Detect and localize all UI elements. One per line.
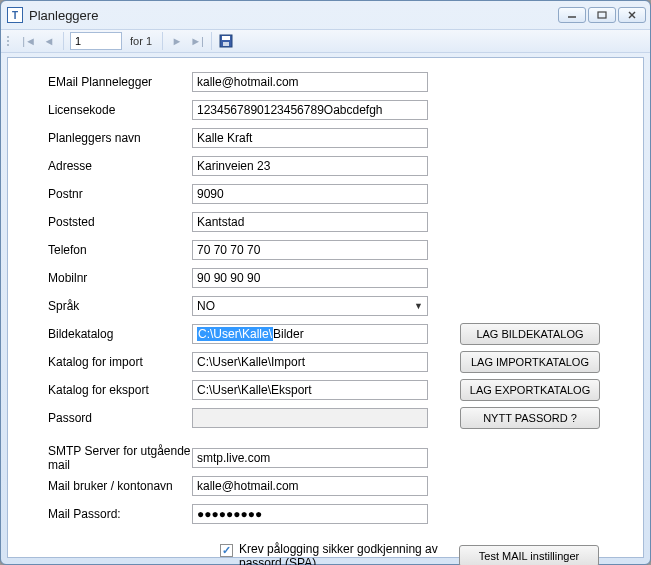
label-poststed: Poststed bbox=[20, 215, 192, 229]
svg-rect-1 bbox=[598, 12, 606, 18]
label-mobilnr: Mobilnr bbox=[20, 271, 192, 285]
label-import: Katalog for import bbox=[20, 355, 192, 369]
content-panel: EMail Plannelegger Licensekode Planlegge… bbox=[7, 57, 644, 558]
eksport-field[interactable] bbox=[192, 380, 428, 400]
separator bbox=[211, 32, 212, 50]
nav-first-button[interactable]: |◄ bbox=[21, 33, 37, 49]
app-icon: T bbox=[7, 7, 23, 23]
save-button[interactable] bbox=[218, 33, 234, 49]
label-postnr: Postnr bbox=[20, 187, 192, 201]
poststed-field[interactable] bbox=[192, 212, 428, 232]
bildekatalog-field[interactable]: C:\User\Kalle\Bilder bbox=[192, 324, 428, 344]
chevron-down-icon: ▼ bbox=[414, 301, 423, 311]
label-eksport: Katalog for eksport bbox=[20, 383, 192, 397]
sprak-select[interactable]: NO ▼ bbox=[192, 296, 428, 316]
label-email: EMail Plannelegger bbox=[20, 75, 192, 89]
toolbar: |◄ ◄ 1 for 1 ► ►| bbox=[1, 29, 650, 53]
bildekatalog-selection: C:\User\Kalle\ bbox=[197, 327, 273, 341]
spa-label: Krev pålogging sikker godkjenning av pas… bbox=[239, 542, 439, 565]
svg-rect-6 bbox=[223, 42, 229, 46]
minimize-button[interactable] bbox=[558, 7, 586, 23]
label-sprak: Språk bbox=[20, 299, 192, 313]
lag-import-button[interactable]: LAG IMPORTKATALOG bbox=[460, 351, 600, 373]
email-field[interactable] bbox=[192, 72, 428, 92]
separator bbox=[63, 32, 64, 50]
label-license: Licensekode bbox=[20, 103, 192, 117]
window-controls bbox=[558, 7, 646, 23]
mobilnr-field[interactable] bbox=[192, 268, 428, 288]
nav-next-button[interactable]: ► bbox=[169, 33, 185, 49]
label-address: Adresse bbox=[20, 159, 192, 173]
telefon-field[interactable] bbox=[192, 240, 428, 260]
smtp-field[interactable] bbox=[192, 448, 428, 468]
titlebar: T Planleggere bbox=[1, 1, 650, 29]
label-bildekatalog: Bildekatalog bbox=[20, 327, 192, 341]
nytt-passord-button[interactable]: NYTT PASSORD ? bbox=[460, 407, 600, 429]
label-telefon: Telefon bbox=[20, 243, 192, 257]
label-passord: Passord bbox=[20, 411, 192, 425]
maximize-button[interactable] bbox=[588, 7, 616, 23]
window: T Planleggere |◄ ◄ 1 for 1 ► ►| bbox=[0, 0, 651, 565]
license-field[interactable] bbox=[192, 100, 428, 120]
bildekatalog-rest: Bilder bbox=[273, 327, 304, 341]
svg-rect-5 bbox=[222, 36, 230, 40]
sprak-value: NO bbox=[197, 299, 215, 313]
label-name: Planleggers navn bbox=[20, 131, 192, 145]
page-total: for 1 bbox=[126, 35, 156, 47]
test-mail-button[interactable]: Test MAIL instillinger bbox=[459, 545, 599, 565]
label-mailpass: Mail Passord: bbox=[20, 507, 192, 521]
label-smtp: SMTP Server for utgående mail bbox=[20, 444, 192, 472]
separator bbox=[162, 32, 163, 50]
mailpass-field[interactable] bbox=[192, 504, 428, 524]
lag-bildekatalog-button[interactable]: LAG BILDEKATALOG bbox=[460, 323, 600, 345]
close-button[interactable] bbox=[618, 7, 646, 23]
label-mailuser: Mail bruker / kontonavn bbox=[20, 479, 192, 493]
page-input[interactable]: 1 bbox=[70, 32, 122, 50]
spa-checkbox[interactable]: ✓ bbox=[220, 544, 233, 557]
passord-field bbox=[192, 408, 428, 428]
nav-prev-button[interactable]: ◄ bbox=[41, 33, 57, 49]
window-title: Planleggere bbox=[29, 8, 558, 23]
lag-export-button[interactable]: LAG EXPORTKATALOG bbox=[460, 379, 600, 401]
address-field[interactable] bbox=[192, 156, 428, 176]
name-field[interactable] bbox=[192, 128, 428, 148]
nav-last-button[interactable]: ►| bbox=[189, 33, 205, 49]
grip-icon bbox=[7, 36, 13, 46]
import-field[interactable] bbox=[192, 352, 428, 372]
postnr-field[interactable] bbox=[192, 184, 428, 204]
mailuser-field[interactable] bbox=[192, 476, 428, 496]
